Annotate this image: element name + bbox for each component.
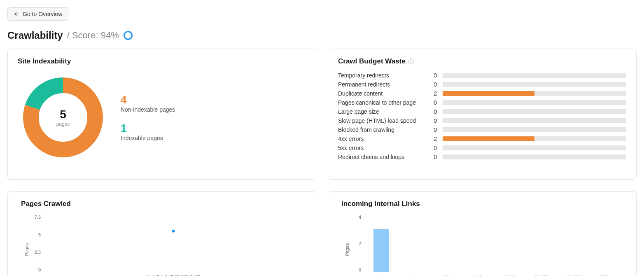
indexable-label: Indexable pages [121,135,175,141]
non-indexable-count: 4 [121,94,175,106]
crawl-budget-waste-title: Crawl Budget Waste [338,57,406,65]
indexable-count: 1 [121,122,175,135]
waste-row[interactable]: Temporary redirects0 [338,72,626,79]
arrow-left-icon [14,11,19,17]
waste-row-label: Large page size [338,108,425,115]
waste-row-value: 0 [430,81,437,88]
waste-row-value: 0 [430,126,437,133]
donut-total-label: pages [56,121,70,127]
waste-row-bar [443,145,626,150]
bar-column[interactable] [494,215,526,272]
waste-row-value: 0 [430,117,437,124]
waste-row-bar [443,100,626,105]
bar-column[interactable] [397,215,429,272]
incoming-links-panel: Incoming Internal Links Pages 420 012-56… [328,191,637,276]
bar-column[interactable] [526,215,558,272]
waste-row-value: 2 [430,90,437,97]
incoming-links-y-ticks: 420 [350,215,361,272]
waste-row[interactable]: Slow page (HTML) load speed0 [338,117,626,124]
crawl-budget-waste-panel: Crawl Budget Waste i Temporary redirects… [328,49,637,180]
indexability-stats: 4 Non-indexable pages 1 Indexable pages [121,94,175,141]
waste-row-label: Permanent redirects [338,81,425,88]
waste-row-label: Temporary redirects [338,72,425,79]
incoming-links-ylabel: Pages [345,243,350,256]
waste-row-label: Pages canonical to other page [338,99,425,106]
page-title-row: Crawlability / Score: 94% [7,30,637,41]
waste-row-label: Slow page (HTML) load speed [338,117,425,124]
pages-crawled-plot [45,215,302,272]
score-label: / Score: 94% [67,30,119,41]
waste-row-label: Duplicate content [338,90,425,97]
bar-column[interactable] [429,215,462,272]
site-indexability-title: Site Indexability [18,57,306,65]
waste-row-value: 0 [430,145,437,151]
incoming-links-chart: Pages 420 012-56-1516-5051-150151-500500… [343,215,626,276]
waste-row-value: 0 [430,99,437,106]
waste-row[interactable]: Pages canonical to other page0 [338,99,626,106]
waste-row[interactable]: 4xx errors2 [338,136,626,142]
waste-row[interactable]: Blocked from crawling0 [338,126,626,133]
go-to-overview-button[interactable]: Go to Overview [7,7,68,21]
incoming-links-plot [365,215,622,272]
waste-row[interactable]: 5xx errors0 [338,145,626,151]
waste-row-label: Redirect chains and loops [338,154,425,160]
data-point[interactable] [172,229,175,232]
waste-row-bar [443,154,626,159]
waste-row-label: 4xx errors [338,136,425,142]
waste-row[interactable]: Duplicate content2 [338,90,626,97]
crawl-budget-waste-list: Temporary redirects0Permanent redirects0… [338,72,626,160]
waste-row-value: 2 [430,136,437,142]
bar-column[interactable] [462,215,494,272]
pages-crawled-panel: Pages Crawled Pages 7.552.50 Tue, Apr 9,… [7,191,316,276]
info-icon[interactable]: i [408,58,414,64]
waste-row-label: Blocked from crawling [338,126,425,133]
svg-point-2 [124,32,132,40]
pages-crawled-x-tick: Tue, Apr 9, 2024 12:53 PM [45,274,302,276]
waste-row-value: 0 [430,154,437,160]
incoming-links-title: Incoming Internal Links [341,200,626,208]
waste-row[interactable]: Permanent redirects0 [338,81,626,88]
go-to-overview-label: Go to Overview [23,11,62,17]
bar-column[interactable] [590,215,622,272]
waste-row[interactable]: Large page size0 [338,108,626,115]
waste-row-value: 0 [430,72,437,79]
page-title: Crawlability [7,30,63,41]
donut-total: 5 [60,108,66,121]
waste-row-label: 5xx errors [338,145,425,151]
pages-crawled-y-ticks: 7.552.50 [30,215,41,272]
site-indexability-panel: Site Indexability 5 pages 4 Non-indexabl… [7,49,316,180]
bar-column[interactable] [558,215,590,272]
waste-row-bar [443,91,626,96]
pages-crawled-ylabel: Pages [24,243,29,256]
waste-row-bar [443,109,626,114]
pages-crawled-chart: Pages 7.552.50 Tue, Apr 9, 2024 12:53 PM… [23,215,306,276]
indexability-donut: 5 pages [22,76,104,159]
waste-row-value: 0 [430,108,437,115]
bar-column[interactable] [365,215,397,272]
waste-row-bar [443,118,626,123]
waste-row-bar [443,73,626,78]
waste-row[interactable]: Redirect chains and loops0 [338,154,626,160]
pages-crawled-title: Pages Crawled [21,200,306,208]
waste-row-bar [443,127,626,132]
waste-row-bar [443,136,626,141]
waste-row-bar [443,82,626,87]
score-ring-icon [123,30,133,40]
non-indexable-label: Non-indexable pages [121,106,175,113]
